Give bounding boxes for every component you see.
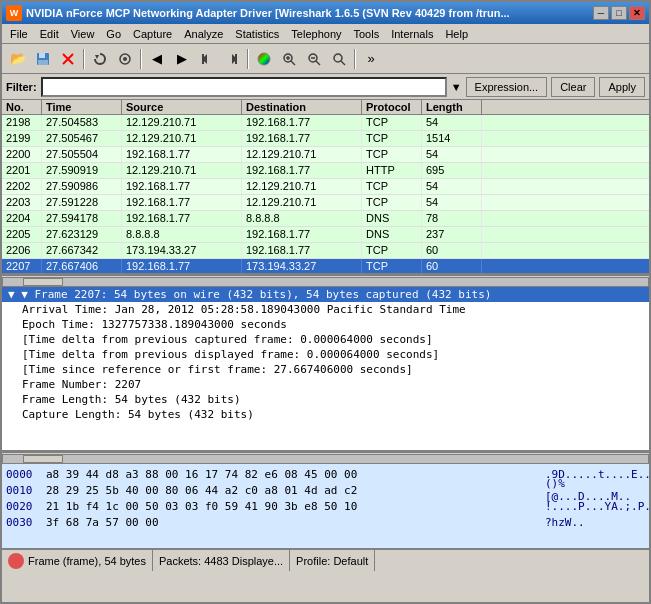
hscroll-track (2, 277, 649, 287)
table-row[interactable]: 2203 27.591228 192.168.1.77 12.129.210.7… (2, 195, 649, 211)
cell-length: 54 (422, 179, 482, 194)
hex-offset: 0030 (6, 516, 38, 529)
menu-analyze[interactable]: Analyze (178, 24, 229, 43)
menu-telephony[interactable]: Telephony (285, 24, 347, 43)
menu-capture[interactable]: Capture (127, 24, 178, 43)
apply-button[interactable]: Apply (599, 77, 645, 97)
menu-tools[interactable]: Tools (348, 24, 386, 43)
svg-rect-2 (38, 60, 48, 65)
go-forward-button[interactable]: ▶ (170, 47, 194, 71)
cell-time: 27.667406 (42, 259, 122, 274)
header-proto: Protocol (362, 100, 422, 114)
table-row[interactable]: 2198 27.504583 12.129.210.71 192.168.1.7… (2, 115, 649, 131)
open-button[interactable]: 📂 (6, 47, 30, 71)
table-row[interactable]: 2199 27.505467 12.129.210.71 192.168.1.7… (2, 131, 649, 147)
list-item[interactable]: Frame Number: 2207 (2, 377, 649, 392)
packet-list-hscroll[interactable] (2, 275, 649, 287)
list-item[interactable]: Frame Length: 54 bytes (432 bits) (2, 392, 649, 407)
header-source: Source (122, 100, 242, 114)
hex-rows: 0000 a8 39 44 d8 a3 88 00 16 17 74 82 e6… (6, 466, 645, 530)
table-row[interactable]: 2200 27.505504 192.168.1.77 12.129.210.7… (2, 147, 649, 163)
more-button[interactable]: » (359, 47, 383, 71)
expression-button[interactable]: Expression... (466, 77, 548, 97)
list-item[interactable]: [Time since reference or first frame: 27… (2, 362, 649, 377)
cell-length: 60 (422, 243, 482, 258)
cell-proto: TCP (362, 179, 422, 194)
list-item[interactable]: Arrival Time: Jan 28, 2012 05:28:58.1890… (2, 302, 649, 317)
status-bar: Frame (frame), 54 bytes Packets: 4483 Di… (2, 549, 649, 571)
cell-no: 2199 (2, 131, 42, 146)
cell-no: 2203 (2, 195, 42, 210)
colorize-button[interactable] (252, 47, 276, 71)
filter-bar: Filter: ▼ Expression... Clear Apply (2, 74, 649, 100)
packets-text: Packets: 4483 Displaye... (159, 555, 283, 567)
status-icon (8, 553, 24, 569)
table-row[interactable]: 2206 27.667342 173.194.33.27 192.168.1.7… (2, 243, 649, 259)
table-row[interactable]: 2204 27.594178 192.168.1.77 8.8.8.8 DNS … (2, 211, 649, 227)
svg-point-7 (123, 57, 127, 61)
status-frame: Frame (frame), 54 bytes (2, 550, 153, 571)
svg-rect-1 (39, 53, 45, 58)
zoom-reset-button[interactable] (327, 47, 351, 71)
menu-file[interactable]: File (4, 24, 34, 43)
zoom-in-button[interactable] (277, 47, 301, 71)
list-item[interactable]: [Time delta from previous displayed fram… (2, 347, 649, 362)
close-button[interactable]: ✕ (629, 6, 645, 20)
zoom-out-button[interactable] (302, 47, 326, 71)
reload-button[interactable] (88, 47, 112, 71)
details-hscroll-thumb[interactable] (23, 455, 63, 463)
menu-edit[interactable]: Edit (34, 24, 65, 43)
clear-button[interactable]: Clear (551, 77, 595, 97)
maximize-button[interactable]: □ (611, 6, 627, 20)
packet-list[interactable]: No. Time Source Destination Protocol Len… (2, 100, 649, 275)
window-title: NVIDIA nForce MCP Networking Adapter Dri… (26, 7, 593, 19)
close-capture-button[interactable] (56, 47, 80, 71)
cell-source: 192.168.1.77 (122, 259, 242, 274)
details-hscroll-track (2, 454, 649, 464)
menu-help[interactable]: Help (439, 24, 474, 43)
table-row[interactable]: 2207 27.667406 192.168.1.77 173.194.33.2… (2, 259, 649, 275)
separator-1 (83, 49, 85, 69)
list-item[interactable]: Capture Length: 54 bytes (432 bits) (2, 407, 649, 422)
menu-go[interactable]: Go (100, 24, 127, 43)
cell-proto: TCP (362, 243, 422, 258)
profile-text: Profile: Default (296, 555, 368, 567)
table-row[interactable]: 2202 27.590986 192.168.1.77 12.129.210.7… (2, 179, 649, 195)
hex-bytes: 3f 68 7a 57 00 00 (46, 516, 537, 529)
cell-source: 192.168.1.77 (122, 211, 242, 226)
separator-2 (140, 49, 142, 69)
cell-time: 27.590986 (42, 179, 122, 194)
list-item[interactable]: ▼ Frame 2207: 54 bytes on wire (432 bits… (2, 287, 649, 302)
cell-source: 192.168.1.77 (122, 195, 242, 210)
cell-time: 27.504583 (42, 115, 122, 130)
filter-dropdown[interactable]: ▼ (451, 81, 462, 93)
cell-dest: 192.168.1.77 (242, 163, 362, 178)
svg-point-12 (258, 53, 270, 65)
details-hscroll[interactable] (2, 452, 649, 464)
header-time: Time (42, 100, 122, 114)
menu-view[interactable]: View (65, 24, 101, 43)
go-back-button[interactable]: ◀ (145, 47, 169, 71)
capture-options-button[interactable] (113, 47, 137, 71)
list-item[interactable]: [Time delta from previous captured frame… (2, 332, 649, 347)
cell-time: 27.594178 (42, 211, 122, 226)
cell-time: 27.590919 (42, 163, 122, 178)
details-pane[interactable]: ▼ Frame 2207: 54 bytes on wire (432 bits… (2, 287, 649, 452)
table-row[interactable]: 2205 27.623129 8.8.8.8 192.168.1.77 DNS … (2, 227, 649, 243)
cell-dest: 12.129.210.71 (242, 195, 362, 210)
hscroll-thumb[interactable] (23, 278, 63, 286)
goto-first-button[interactable] (195, 47, 219, 71)
table-row[interactable]: 2201 27.590919 12.129.210.71 192.168.1.7… (2, 163, 649, 179)
cell-time: 27.505504 (42, 147, 122, 162)
menu-statistics[interactable]: Statistics (229, 24, 285, 43)
goto-last-button[interactable] (220, 47, 244, 71)
list-item[interactable]: Epoch Time: 1327757338.189043000 seconds (2, 317, 649, 332)
minimize-button[interactable]: ─ (593, 6, 609, 20)
cell-dest: 12.129.210.71 (242, 147, 362, 162)
filter-label: Filter: (6, 81, 37, 93)
menu-internals[interactable]: Internals (385, 24, 439, 43)
filter-input[interactable] (41, 77, 447, 97)
cell-dest: 8.8.8.8 (242, 211, 362, 226)
svg-rect-9 (202, 54, 204, 64)
save-button[interactable] (31, 47, 55, 71)
